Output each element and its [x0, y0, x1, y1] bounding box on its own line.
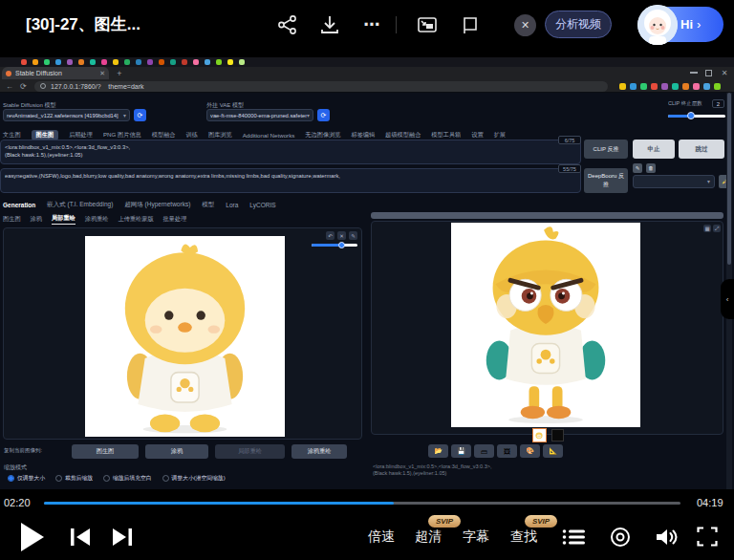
tab-txt2img[interactable]: 文生图: [3, 131, 21, 140]
send-to-img2img-button[interactable]: 🖼: [497, 444, 517, 458]
interrogate-clip-button[interactable]: CLIP 反推: [584, 140, 628, 159]
previous-icon[interactable]: [69, 528, 94, 547]
interrupt-button[interactable]: 中止: [633, 140, 675, 159]
save-zip-button[interactable]: 🗃: [474, 444, 494, 458]
clear-canvas-icon[interactable]: ✕: [337, 231, 346, 240]
search-button[interactable]: 查找: [510, 528, 537, 546]
sd-webui: Stable Diffusion 模型 revAnimated_v122.saf…: [0, 93, 734, 489]
progress-bar[interactable]: [44, 502, 680, 505]
tab-inpaint-sketch[interactable]: 涂鸦重绘: [85, 215, 109, 224]
output-thumbnail-selected[interactable]: [532, 428, 547, 442]
next-icon[interactable]: [109, 528, 134, 547]
prompt-textarea[interactable]: <lora:blindbox_v1_mix:0.5>,<lora:3d_flow…: [0, 140, 581, 164]
download-icon[interactable]: [319, 14, 340, 35]
share-icon[interactable]: [277, 14, 298, 35]
resize-option-crop[interactable]: 裁剪后缩放: [55, 474, 93, 483]
copy-to-inpaint-button[interactable]: 局部重绘: [215, 444, 285, 459]
edit-style-icon[interactable]: ✎: [633, 163, 642, 173]
tab-inpaint[interactable]: 局部重绘: [52, 214, 76, 225]
styles-dropdown[interactable]: ▾: [633, 175, 715, 188]
reload-icon[interactable]: ⟳: [20, 82, 27, 91]
clip-skip-slider[interactable]: [668, 115, 725, 118]
tab-png-info[interactable]: PNG 图片信息: [103, 131, 141, 140]
open-folder-button[interactable]: 📂: [428, 444, 448, 458]
side-panel-handle[interactable]: ‹: [721, 279, 734, 319]
tab-model-toolkit[interactable]: 模型工具箱: [431, 131, 461, 140]
negative-prompt-textarea[interactable]: easynegative,(NSFW),logo,bad,blurry,low …: [0, 168, 581, 193]
tab-additional-networks[interactable]: Additional Networks: [243, 132, 295, 139]
tab-train[interactable]: 训练: [186, 131, 198, 140]
scrollbar-thumb[interactable]: [727, 93, 731, 265]
tab-close-icon[interactable]: ✕: [99, 70, 105, 77]
tab-inpaint-upload[interactable]: 上传重绘蒙版: [118, 215, 153, 224]
tab-sketch[interactable]: 涂鸦: [31, 215, 42, 224]
browser-tab[interactable]: Stable Diffusion ✕: [2, 67, 109, 79]
tab-img2img[interactable]: 图生图: [32, 130, 59, 140]
clip-slider-handle[interactable]: [687, 112, 695, 119]
close-icon[interactable]: ✕: [514, 14, 536, 36]
resize-option-latent[interactable]: 调整大小(潜空间缩放): [162, 474, 226, 483]
brush-icon[interactable]: ✎: [349, 231, 357, 240]
tab-checkpoint-merger[interactable]: 模型融合: [152, 131, 176, 140]
tab-extensions[interactable]: 扩展: [494, 131, 506, 140]
brush-slider-handle[interactable]: [338, 242, 345, 248]
window-close-icon[interactable]: ✕: [720, 68, 729, 77]
clip-skip-value[interactable]: 2: [712, 99, 724, 108]
play-icon[interactable]: [21, 523, 44, 551]
interrogate-deepbooru-button[interactable]: DeepBooru 反推: [584, 168, 628, 193]
popup-player-icon[interactable]: [459, 14, 480, 35]
vae-refresh-button[interactable]: ⟳: [317, 109, 330, 121]
tab-hypernetworks[interactable]: 超网络 (Hypernetworks): [124, 201, 190, 209]
record-icon[interactable]: [610, 527, 631, 548]
output-thumbnail-2[interactable]: [551, 429, 564, 442]
brush-size-slider[interactable]: [312, 244, 357, 247]
tab-batch[interactable]: 批量处理: [163, 215, 187, 224]
window-maximize-icon[interactable]: [705, 70, 712, 76]
model-dropdown[interactable]: revAnimated_v122.safetensors [4199bcbd14…: [3, 109, 130, 121]
tab-lora[interactable]: Lora: [226, 202, 238, 208]
output-image[interactable]: [451, 223, 640, 427]
tab-infinite-browser[interactable]: 无边图像浏览: [305, 131, 340, 140]
tab-gallery[interactable]: 图库浏览: [208, 131, 232, 140]
new-tab-icon[interactable]: +: [115, 69, 124, 78]
avatar[interactable]: [637, 5, 678, 45]
copy-to-inpaint-sketch-button[interactable]: 涂鸦重绘: [291, 444, 347, 459]
analyze-video-button[interactable]: 分析视频: [545, 11, 612, 38]
copy-to-img2img-button[interactable]: 图生图: [72, 444, 139, 459]
tab-super-merger[interactable]: 超级模型融合: [385, 131, 421, 140]
save-image-button[interactable]: 💾: [451, 444, 471, 458]
inpaint-canvas[interactable]: [85, 236, 285, 437]
address-bar[interactable]: 127.0.0.1:7860/?__theme=dark: [34, 81, 608, 92]
expand-icon[interactable]: ⤢: [713, 225, 721, 232]
send-to-inpaint-button[interactable]: 🎨: [520, 444, 540, 458]
vae-dropdown[interactable]: vae-ft-mse-840000-ema-pruned.safetensors…: [206, 109, 313, 121]
grid-view-icon[interactable]: ▦: [703, 225, 711, 232]
clear-prompt-icon[interactable]: 🗑: [646, 163, 656, 173]
site-info-icon[interactable]: [40, 83, 46, 89]
quality-button[interactable]: 超清: [415, 528, 442, 546]
tab-lycoris[interactable]: LyCORIS: [249, 202, 275, 208]
resize-option-fill[interactable]: 缩放后填充空白: [103, 474, 152, 483]
subtitle-button[interactable]: 字幕: [463, 528, 489, 546]
tab-checkpoints[interactable]: 模型: [202, 201, 214, 209]
back-icon[interactable]: ←: [6, 82, 13, 91]
tab-settings[interactable]: 设置: [471, 131, 483, 140]
playback-speed-button[interactable]: 倍速: [368, 528, 395, 546]
tab-embedding[interactable]: 嵌入式 (T.I. Embedding): [47, 201, 113, 209]
skip-button[interactable]: 跳过: [679, 140, 724, 159]
more-icon[interactable]: ⋯: [359, 11, 384, 36]
copy-to-sketch-button[interactable]: 涂鸦: [145, 444, 208, 459]
volume-icon[interactable]: [655, 527, 680, 548]
model-refresh-button[interactable]: ⟳: [134, 109, 146, 121]
tab-tag-editor[interactable]: 标签编辑: [351, 131, 375, 140]
tab-extras[interactable]: 后期处理: [69, 131, 93, 140]
fullscreen-icon[interactable]: [697, 527, 718, 547]
send-to-extras-button[interactable]: 📐: [543, 444, 563, 458]
window-minimize-icon[interactable]: [690, 72, 698, 74]
undo-icon[interactable]: ↶: [326, 231, 335, 240]
picture-in-picture-icon[interactable]: [417, 14, 438, 35]
playlist-icon[interactable]: [562, 528, 587, 546]
tab-generation[interactable]: Generation: [3, 202, 35, 208]
resize-option-just-resize[interactable]: 仅调整大小: [8, 474, 45, 483]
tab-img2img-mode[interactable]: 图生图: [3, 215, 21, 224]
